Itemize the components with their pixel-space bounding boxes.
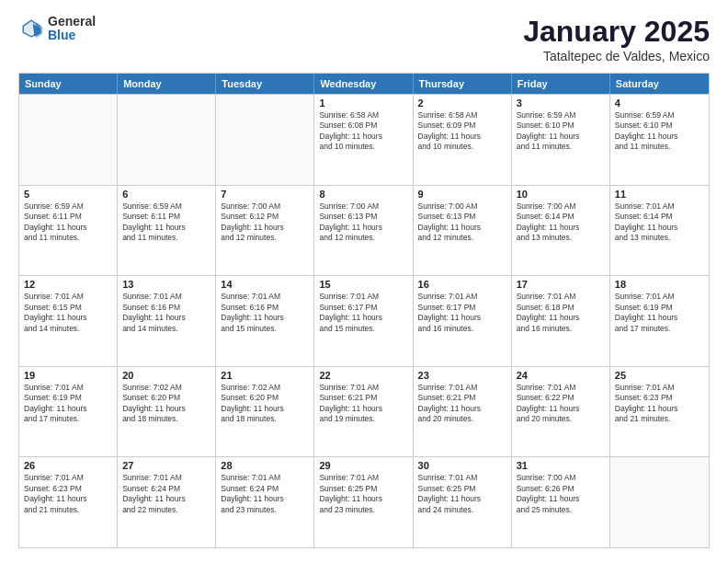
calendar-cell xyxy=(19,95,118,185)
calendar-cell: 20Sunrise: 7:02 AM Sunset: 6:20 PM Dayli… xyxy=(118,367,216,457)
day-number: 5 xyxy=(24,189,112,200)
calendar-cell: 2Sunrise: 6:58 AM Sunset: 6:09 PM Daylig… xyxy=(414,95,512,185)
day-number: 6 xyxy=(122,189,210,200)
calendar-body: 1Sunrise: 6:58 AM Sunset: 6:08 PM Daylig… xyxy=(19,94,709,547)
calendar-cell: 16Sunrise: 7:01 AM Sunset: 6:17 PM Dayli… xyxy=(414,276,512,366)
day-info: Sunrise: 6:58 AM Sunset: 6:09 PM Dayligh… xyxy=(418,110,506,153)
day-number: 3 xyxy=(517,98,605,109)
day-number: 9 xyxy=(418,189,506,200)
day-number: 30 xyxy=(418,460,506,471)
calendar-row: 19Sunrise: 7:01 AM Sunset: 6:19 PM Dayli… xyxy=(19,366,709,457)
calendar-header-cell: Friday xyxy=(512,74,610,94)
day-info: Sunrise: 7:01 AM Sunset: 6:21 PM Dayligh… xyxy=(319,383,407,425)
day-info: Sunrise: 7:00 AM Sunset: 6:12 PM Dayligh… xyxy=(221,201,309,244)
day-number: 17 xyxy=(517,279,605,290)
calendar-cell: 18Sunrise: 7:01 AM Sunset: 6:19 PM Dayli… xyxy=(610,276,709,366)
calendar-cell: 24Sunrise: 7:01 AM Sunset: 6:22 PM Dayli… xyxy=(512,367,610,457)
calendar-header-cell: Monday xyxy=(118,74,216,94)
day-number: 2 xyxy=(418,98,506,109)
day-number: 12 xyxy=(24,279,112,290)
calendar-cell xyxy=(216,95,314,185)
calendar-cell: 6Sunrise: 6:59 AM Sunset: 6:11 PM Daylig… xyxy=(118,186,216,276)
day-info: Sunrise: 7:00 AM Sunset: 6:26 PM Dayligh… xyxy=(517,473,605,515)
main-title: January 2025 xyxy=(523,15,710,49)
day-number: 22 xyxy=(319,370,407,381)
calendar-header-cell: Wednesday xyxy=(314,74,413,94)
day-info: Sunrise: 7:01 AM Sunset: 6:21 PM Dayligh… xyxy=(418,383,506,425)
day-info: Sunrise: 7:00 AM Sunset: 6:13 PM Dayligh… xyxy=(319,201,407,244)
day-info: Sunrise: 7:00 AM Sunset: 6:13 PM Dayligh… xyxy=(418,201,506,244)
day-info: Sunrise: 6:58 AM Sunset: 6:08 PM Dayligh… xyxy=(319,110,407,153)
day-info: Sunrise: 7:01 AM Sunset: 6:14 PM Dayligh… xyxy=(615,201,704,244)
day-number: 23 xyxy=(418,370,506,381)
day-info: Sunrise: 6:59 AM Sunset: 6:11 PM Dayligh… xyxy=(24,201,112,244)
calendar-cell xyxy=(118,95,216,185)
title-block: January 2025 Tataltepec de Valdes, Mexic… xyxy=(523,15,710,63)
calendar-header-cell: Saturday xyxy=(610,74,709,94)
calendar-cell: 5Sunrise: 6:59 AM Sunset: 6:11 PM Daylig… xyxy=(19,186,118,276)
calendar-cell: 27Sunrise: 7:01 AM Sunset: 6:24 PM Dayli… xyxy=(118,457,216,547)
day-number: 28 xyxy=(221,460,309,471)
calendar-header-cell: Thursday xyxy=(414,74,512,94)
day-info: Sunrise: 7:02 AM Sunset: 6:20 PM Dayligh… xyxy=(122,383,210,425)
day-number: 1 xyxy=(319,98,407,109)
day-number: 10 xyxy=(517,189,605,200)
calendar-row: 5Sunrise: 6:59 AM Sunset: 6:11 PM Daylig… xyxy=(19,185,709,276)
day-number: 11 xyxy=(615,189,704,200)
day-info: Sunrise: 7:01 AM Sunset: 6:17 PM Dayligh… xyxy=(418,292,506,334)
day-number: 24 xyxy=(517,370,605,381)
day-number: 26 xyxy=(24,460,112,471)
day-info: Sunrise: 7:02 AM Sunset: 6:20 PM Dayligh… xyxy=(221,383,309,425)
calendar-cell: 17Sunrise: 7:01 AM Sunset: 6:18 PM Dayli… xyxy=(512,276,610,366)
day-number: 4 xyxy=(615,98,704,109)
calendar-cell: 11Sunrise: 7:01 AM Sunset: 6:14 PM Dayli… xyxy=(610,186,709,276)
day-info: Sunrise: 7:01 AM Sunset: 6:23 PM Dayligh… xyxy=(615,383,704,425)
calendar-header-cell: Tuesday xyxy=(216,74,314,94)
calendar-cell: 10Sunrise: 7:00 AM Sunset: 6:14 PM Dayli… xyxy=(512,186,610,276)
calendar-cell: 8Sunrise: 7:00 AM Sunset: 6:13 PM Daylig… xyxy=(314,186,413,276)
day-number: 16 xyxy=(418,279,506,290)
page: General Blue January 2025 Tataltepec de … xyxy=(0,0,728,563)
calendar-cell: 22Sunrise: 7:01 AM Sunset: 6:21 PM Dayli… xyxy=(314,367,413,457)
calendar-cell: 1Sunrise: 6:58 AM Sunset: 6:08 PM Daylig… xyxy=(314,95,413,185)
calendar-cell: 21Sunrise: 7:02 AM Sunset: 6:20 PM Dayli… xyxy=(216,367,314,457)
day-info: Sunrise: 6:59 AM Sunset: 6:11 PM Dayligh… xyxy=(122,201,210,244)
day-number: 29 xyxy=(319,460,407,471)
day-number: 19 xyxy=(24,370,112,381)
logo-text: General Blue xyxy=(48,15,96,43)
calendar-cell: 28Sunrise: 7:01 AM Sunset: 6:24 PM Dayli… xyxy=(216,457,314,547)
header: General Blue January 2025 Tataltepec de … xyxy=(18,15,710,63)
calendar-cell: 26Sunrise: 7:01 AM Sunset: 6:23 PM Dayli… xyxy=(19,457,118,547)
day-number: 21 xyxy=(221,370,309,381)
day-number: 18 xyxy=(615,279,704,290)
calendar-cell: 3Sunrise: 6:59 AM Sunset: 6:10 PM Daylig… xyxy=(512,95,610,185)
day-info: Sunrise: 7:01 AM Sunset: 6:19 PM Dayligh… xyxy=(615,292,704,334)
calendar-row: 12Sunrise: 7:01 AM Sunset: 6:15 PM Dayli… xyxy=(19,275,709,366)
logo-icon xyxy=(18,16,44,41)
day-info: Sunrise: 7:01 AM Sunset: 6:16 PM Dayligh… xyxy=(122,292,210,334)
calendar: SundayMondayTuesdayWednesdayThursdayFrid… xyxy=(18,73,710,548)
calendar-cell: 25Sunrise: 7:01 AM Sunset: 6:23 PM Dayli… xyxy=(610,367,709,457)
calendar-cell: 14Sunrise: 7:01 AM Sunset: 6:16 PM Dayli… xyxy=(216,276,314,366)
logo: General Blue xyxy=(18,15,96,43)
day-number: 15 xyxy=(319,279,407,290)
day-info: Sunrise: 7:00 AM Sunset: 6:14 PM Dayligh… xyxy=(517,201,605,244)
calendar-cell: 31Sunrise: 7:00 AM Sunset: 6:26 PM Dayli… xyxy=(512,457,610,547)
calendar-header-cell: Sunday xyxy=(19,74,118,94)
calendar-cell: 4Sunrise: 6:59 AM Sunset: 6:10 PM Daylig… xyxy=(610,95,709,185)
logo-blue: Blue xyxy=(48,29,96,42)
day-info: Sunrise: 7:01 AM Sunset: 6:23 PM Dayligh… xyxy=(24,473,112,515)
calendar-cell: 15Sunrise: 7:01 AM Sunset: 6:17 PM Dayli… xyxy=(314,276,413,366)
calendar-cell: 9Sunrise: 7:00 AM Sunset: 6:13 PM Daylig… xyxy=(414,186,512,276)
calendar-row: 1Sunrise: 6:58 AM Sunset: 6:08 PM Daylig… xyxy=(19,94,709,185)
day-number: 7 xyxy=(221,189,309,200)
calendar-row: 26Sunrise: 7:01 AM Sunset: 6:23 PM Dayli… xyxy=(19,456,709,547)
day-info: Sunrise: 7:01 AM Sunset: 6:22 PM Dayligh… xyxy=(517,383,605,425)
day-info: Sunrise: 7:01 AM Sunset: 6:24 PM Dayligh… xyxy=(221,473,309,515)
day-info: Sunrise: 7:01 AM Sunset: 6:25 PM Dayligh… xyxy=(418,473,506,515)
day-info: Sunrise: 7:01 AM Sunset: 6:15 PM Dayligh… xyxy=(24,292,112,334)
day-info: Sunrise: 7:01 AM Sunset: 6:17 PM Dayligh… xyxy=(319,292,407,334)
calendar-cell xyxy=(610,457,709,547)
day-info: Sunrise: 7:01 AM Sunset: 6:25 PM Dayligh… xyxy=(319,473,407,515)
calendar-cell: 7Sunrise: 7:00 AM Sunset: 6:12 PM Daylig… xyxy=(216,186,314,276)
